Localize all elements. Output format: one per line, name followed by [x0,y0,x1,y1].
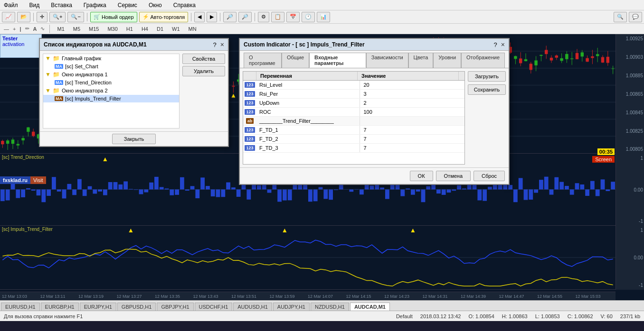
tab-audjpy-h1[interactable]: AUDJPY,H1 [273,303,310,311]
tab-eurgbp-h1[interactable]: EURGBP,H1 [41,303,79,311]
chart-btn[interactable]: 📊 [317,12,330,22]
menu-file[interactable]: Файл [2,1,20,9]
tf-mn[interactable]: MN [186,26,199,32]
tree-item-trend-direction[interactable]: МА [sc] Trend_Direction [43,79,179,86]
tf-h4[interactable]: H4 [139,26,151,32]
param-row-rsi-per[interactable]: 123 Rsi_Per 3 [243,90,464,99]
properties-btn[interactable]: ⚙ [258,12,269,22]
menu-window[interactable]: Окно [147,1,164,9]
tf-w1[interactable]: W1 [170,26,182,32]
tab-gbpjpy-h1[interactable]: GBPJPY,H1 [157,303,193,311]
tab-nzdusd-h1[interactable]: NZDUSD,H1 [311,303,349,311]
tree-item-window2[interactable]: ▼ 📁 Окно индикатора 2 [43,86,179,95]
crosshair-btn[interactable]: ✛ [37,12,47,22]
draw-tool[interactable]: ✏ [25,26,29,32]
auto-trading-btn[interactable]: ⚡ Авто-торговля [139,12,189,22]
forward-btn[interactable]: ▶ [207,12,217,22]
indicator-tree[interactable]: ▼ 📁 Главный график МА [sc] Set_Chart ▼ 📁… [43,54,180,129]
period-btn[interactable]: 📅 [286,12,300,22]
properties-button[interactable]: Свойства [182,54,225,64]
param-value-rsi-per[interactable]: 3 [360,90,465,98]
tab-eurjpy-h1[interactable]: EURJPY,H1 [80,303,116,311]
tab-usdchf-h1[interactable]: USDCHF,H1 [195,303,233,311]
param-row-roc[interactable]: 123 ROC 100 [243,108,464,117]
tf-m1[interactable]: M1 [55,26,66,32]
clock-btn[interactable]: 🕐 [302,12,315,22]
fib-tool[interactable]: ∿ [40,26,45,32]
param-row-ftd3[interactable]: 123 F_TD_3 7 [243,144,464,153]
tab-dependencies[interactable]: Зависимости [366,53,408,68]
param-row-ftd2[interactable]: 123 F_TD_2 7 [243,135,464,144]
tree-label-main-chart: Главный график [62,55,101,61]
close-indicators-button[interactable]: Закрыть [112,134,156,144]
zoom-in2-btn[interactable]: 🔎 [223,12,237,22]
tab-general[interactable]: Общие [282,53,309,68]
template-btn[interactable]: 📋 [271,12,284,22]
load-button[interactable]: Загрузить [468,71,506,82]
zoom-in-btn[interactable]: 🔍+ [49,12,66,22]
tab-about[interactable]: О программе [244,53,282,68]
tree-item-window1[interactable]: ▼ 📁 Окно индикатора 1 [43,70,179,79]
dialog-indicators-close-btn[interactable]: × [220,41,224,48]
text-tool2[interactable]: A [33,26,37,32]
search-btn[interactable]: 🔍 [614,12,627,22]
param-type-sep: ab [243,117,256,125]
custom-titlebar: Custom Indicator - [ sc ] Impuls_Trend_F… [240,39,509,51]
visit-button[interactable]: Visit [30,176,46,184]
tree-item-main-chart[interactable]: ▼ 📁 Главный график [43,54,179,63]
param-value-ftd2[interactable]: 7 [360,135,465,143]
fxsklad-label[interactable]: fxsklad.ru [0,176,30,184]
tab-colors[interactable]: Цвета [408,53,434,68]
type-badge-sep: ab [246,118,254,124]
save-button[interactable]: Сохранить [468,84,506,95]
param-row-rsi-level[interactable]: 123 Rsi_Level 20 [243,81,464,90]
param-row-updown[interactable]: 123 UpDown 2 [243,99,464,108]
tf-m15[interactable]: M15 [86,26,101,32]
dialog-indicators-help-icon[interactable]: ? [213,41,217,48]
menu-service[interactable]: Сервис [116,1,139,9]
open-btn[interactable]: 📂 [17,12,30,22]
ok-button[interactable]: ОК [410,171,433,181]
param-value-ftd3[interactable]: 7 [360,144,465,152]
tab-eurusd-h1[interactable]: EURUSD,H1 [1,303,40,311]
tree-label-trend-direction: [sc] Trend_Direction [65,80,112,85]
param-row-separator: ab ________Trend_Filter________ [243,117,464,126]
custom-close-btn[interactable]: × [501,41,505,48]
back-btn[interactable]: ◀ [194,12,205,22]
tab-gbpusd-h1[interactable]: GBPUSD,H1 [117,303,156,311]
tree-item-set-chart[interactable]: МА [sc] Set_Chart [43,63,179,70]
cancel-button[interactable]: Отмена [436,171,471,181]
tf-h1[interactable]: H1 [124,26,135,32]
delete-button[interactable]: Удалить [182,66,225,76]
new-chart-btn[interactable]: 📈 [2,12,15,22]
line-tool[interactable]: — [4,26,9,32]
custom-help-icon[interactable]: ? [494,41,497,48]
param-value-rsi-level[interactable]: 20 [360,81,465,89]
arrow-tool[interactable]: + [13,26,16,32]
tab-input-params[interactable]: Входные параметры [309,53,366,68]
menu-help[interactable]: Справка [171,1,198,9]
tree-item-impuls-trend[interactable]: МА [sc] Impuls_Trend_Filter [43,95,179,102]
tab-display[interactable]: Отображение [461,53,505,68]
tf-m30[interactable]: M30 [105,26,120,32]
new-order-btn[interactable]: 🛒 Новый ордер [90,12,137,22]
tab-levels[interactable]: Уровни [433,53,461,68]
param-value-roc[interactable]: 100 [360,108,465,116]
param-row-ftd1[interactable]: 123 F_TD_1 7 [243,126,464,135]
menu-insert[interactable]: Вставка [49,1,74,9]
tab-audcad-m1[interactable]: AUDCAD,M1 [350,303,390,311]
chat-btn[interactable]: 💬 [629,12,642,22]
reset-button[interactable]: Сброс [474,171,505,181]
param-value-updown[interactable]: 2 [360,99,465,107]
param-value-ftd1[interactable]: 7 [360,126,465,134]
zoom-out2-btn[interactable]: 🔎 [238,12,252,22]
menu-view[interactable]: Вид [28,1,42,9]
zoom-out-btn[interactable]: 🔍− [67,12,84,22]
dialog-indicators-footer: Закрыть [40,131,228,146]
text-tool[interactable]: | [19,26,21,32]
tf-m5[interactable]: M5 [71,26,83,32]
screen-button[interactable]: Screen [592,156,615,163]
tf-d1[interactable]: D1 [154,26,166,32]
tab-audusd-h1[interactable]: AUDUSD,H1 [233,303,272,311]
menu-graphics[interactable]: Графика [82,1,108,9]
